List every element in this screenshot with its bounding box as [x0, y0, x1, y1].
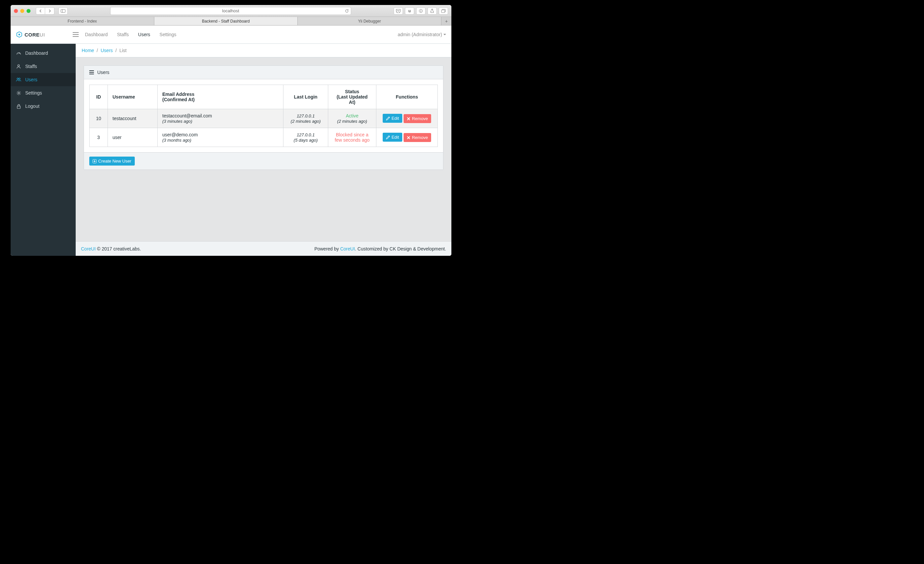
panel-icon [61, 9, 65, 13]
edit-button[interactable]: Edit [382, 133, 402, 142]
cell-status: Blocked since a few seconds ago [328, 128, 376, 147]
address-text: localhost [222, 8, 239, 13]
browser-toolbar: localhost u [10, 5, 452, 17]
users-card: Users ID Username Email Address (Confi [84, 65, 443, 170]
sidebar-item-staffs[interactable]: Staffs [10, 60, 76, 73]
sidebar-button[interactable] [58, 7, 68, 15]
sidebar-item-dashboard[interactable]: Dashboard [10, 46, 76, 60]
minimize-window-button[interactable] [20, 9, 24, 13]
remove-button[interactable]: Remove [404, 114, 431, 123]
gear-icon [16, 91, 21, 96]
browser-tab-debugger[interactable]: Yii Debugger [298, 17, 441, 25]
toolbar-right: u [394, 7, 448, 15]
plus-square-icon [93, 159, 97, 163]
cell-id: 10 [90, 109, 108, 128]
tabs-button[interactable] [439, 7, 448, 15]
close-icon [407, 136, 410, 139]
users-icon [16, 77, 21, 82]
user-menu[interactable]: admin (Administrator) [398, 32, 446, 37]
cell-email: user@demo.com(3 months ago) [158, 128, 284, 147]
user-icon [16, 64, 21, 69]
edit-icon [386, 135, 390, 139]
brand[interactable]: COREUI [16, 31, 69, 38]
th-status: Status (Last Updated At) [328, 85, 376, 109]
pocket-button[interactable] [394, 7, 403, 15]
th-id: ID [90, 85, 108, 109]
refresh-icon[interactable] [345, 9, 349, 13]
breadcrumb-users[interactable]: Users [100, 48, 113, 53]
edit-icon [386, 117, 390, 120]
th-last-login: Last Login [284, 85, 328, 109]
top-nav-dashboard[interactable]: Dashboard [85, 32, 108, 37]
sidebar-item-users[interactable]: Users [10, 73, 76, 86]
breadcrumb: Home / Users / List [76, 44, 452, 57]
footer-brand-link[interactable]: CoreUI [81, 246, 96, 251]
back-button[interactable] [36, 7, 45, 15]
close-icon [407, 117, 410, 120]
cell-username: user [108, 128, 158, 147]
ublock-button[interactable]: u [405, 7, 414, 15]
speedometer-icon [16, 51, 21, 56]
cell-last-login: 127.0.0.1(5 days ago) [284, 128, 328, 147]
svg-rect-4 [420, 10, 421, 12]
card-header: Users [84, 66, 443, 79]
list-icon [89, 70, 94, 74]
browser-tab-backend[interactable]: Backend - Staff Dashboard [154, 17, 298, 25]
share-button[interactable] [428, 7, 437, 15]
app-body: Dashboard Staffs Users Settings [10, 44, 452, 256]
remove-button[interactable]: Remove [404, 133, 431, 142]
hamburger-icon [73, 32, 79, 37]
breadcrumb-home[interactable]: Home [82, 48, 94, 53]
chevron-right-icon [48, 9, 51, 13]
close-window-button[interactable] [14, 9, 18, 13]
browser-window: localhost u Frontend - Index B [10, 5, 452, 256]
svg-rect-0 [61, 9, 65, 12]
top-nav: Dashboard Staffs Users Settings [85, 32, 176, 37]
browser-tab-frontend[interactable]: Frontend - Index [10, 17, 154, 25]
svg-point-13 [18, 65, 19, 66]
card-footer: Create New User [84, 152, 443, 169]
svg-point-15 [19, 78, 20, 79]
sidebar-item-settings[interactable]: Settings [10, 86, 76, 100]
browser-tab-bar: Frontend - Index Backend - Staff Dashboa… [10, 17, 452, 25]
new-tab-button[interactable]: + [441, 17, 452, 25]
panel-title: Users [97, 70, 110, 75]
cell-functions: Edit Remove [376, 128, 438, 147]
footer: CoreUI © 2017 creativeLabs. Powered by C… [76, 241, 452, 256]
sidebar: Dashboard Staffs Users Settings [10, 44, 76, 256]
nav-buttons [36, 7, 54, 15]
th-functions: Functions [376, 85, 438, 109]
card-body: ID Username Email Address (Confirmed At)… [84, 79, 443, 152]
caret-down-icon [443, 34, 446, 36]
address-bar[interactable]: localhost [110, 7, 351, 15]
share-icon [430, 9, 434, 13]
cell-username: testaccount [108, 109, 158, 128]
svg-point-16 [18, 92, 20, 94]
tabs-icon [441, 9, 446, 13]
footer-powered-link[interactable]: CoreUI [340, 246, 355, 251]
svg-point-3 [420, 10, 421, 10]
svg-rect-6 [441, 10, 445, 13]
cell-status: Active(2 minutes ago) [328, 109, 376, 128]
brand-logo-icon [16, 31, 22, 38]
info-button[interactable] [416, 7, 426, 15]
cell-functions: Edit Remove [376, 109, 438, 128]
edit-button[interactable]: Edit [382, 114, 402, 123]
users-table: ID Username Email Address (Confirmed At)… [89, 85, 438, 147]
window-controls [14, 9, 30, 13]
pocket-icon [396, 9, 400, 13]
create-user-button[interactable]: Create New User [89, 157, 135, 166]
info-icon [419, 9, 423, 13]
lock-icon [16, 104, 21, 109]
maximize-window-button[interactable] [27, 9, 30, 13]
forward-button[interactable] [45, 7, 54, 15]
cell-id: 3 [90, 128, 108, 147]
top-nav-users[interactable]: Users [138, 32, 150, 37]
top-nav-settings[interactable]: Settings [160, 32, 177, 37]
main: Home / Users / List Users [76, 44, 452, 256]
svg-point-8 [19, 34, 20, 36]
top-nav-staffs[interactable]: Staffs [117, 32, 129, 37]
sidebar-toggle[interactable] [69, 32, 82, 37]
sidebar-item-logout[interactable]: Logout [10, 100, 76, 113]
svg-point-14 [17, 78, 18, 79]
